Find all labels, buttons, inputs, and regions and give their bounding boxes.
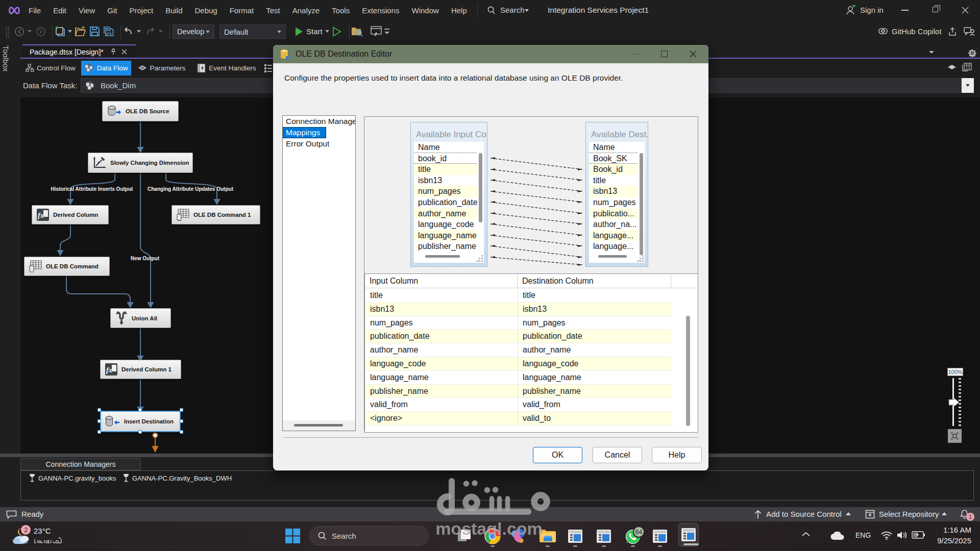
svg-text:fx: fx [38,212,44,219]
svg-text:fx: fx [106,366,112,374]
